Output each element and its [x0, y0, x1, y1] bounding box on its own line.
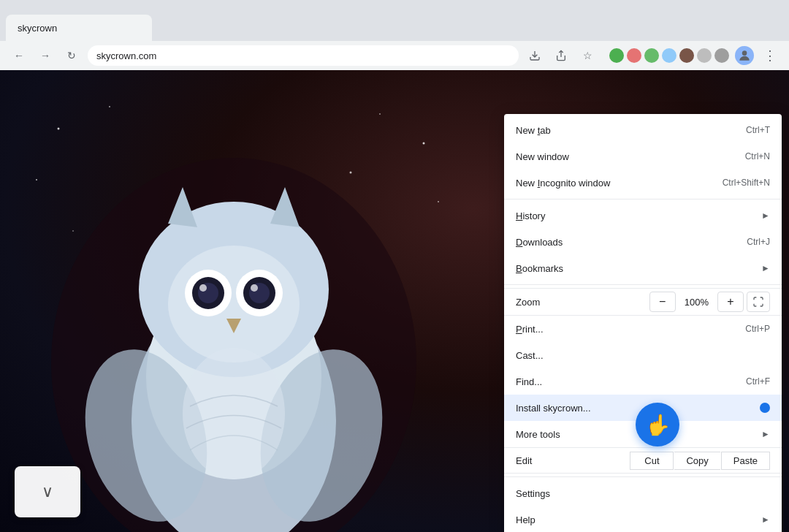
color-dot-blue[interactable]	[662, 48, 676, 63]
svg-point-2	[742, 50, 747, 56]
svg-point-27	[438, 201, 439, 202]
menu-item-find[interactable]: Find... Ctrl+F	[504, 368, 782, 395]
menu-item-label-downloads: Downloads	[516, 237, 563, 248]
menu-item-print[interactable]: Print... Ctrl+P	[504, 316, 782, 342]
cursor-hand-icon: 👆	[645, 413, 671, 437]
menu-item-settings[interactable]: Settings	[504, 480, 782, 506]
zoom-controls: − 100% +	[649, 292, 770, 312]
color-dot-gray1[interactable]	[697, 48, 712, 63]
separator-3	[504, 476, 782, 477]
paste-button[interactable]: Paste	[721, 452, 770, 470]
menu-item-label-print: Print...	[516, 324, 544, 335]
menu-item-label-history: History	[516, 210, 545, 221]
svg-point-28	[350, 172, 352, 174]
profile-icon[interactable]	[735, 46, 754, 65]
zoom-out-button[interactable]: −	[649, 292, 676, 312]
forward-button[interactable]: →	[35, 45, 56, 66]
shortcut-downloads: Ctrl+J	[747, 237, 770, 247]
color-dot-brown[interactable]	[679, 48, 694, 63]
menu-item-label-new-tab: New tab	[516, 125, 551, 136]
bookmarks-arrow-icon: ►	[761, 263, 770, 273]
help-arrow-icon: ►	[761, 514, 770, 525]
zoom-in-button[interactable]: +	[717, 292, 744, 312]
shortcut-find: Ctrl+F	[746, 376, 770, 387]
svg-point-24	[36, 179, 37, 180]
separator-2	[504, 284, 782, 285]
cursor-overlay: 👆	[636, 403, 679, 446]
menu-item-label-more-tools: More tools	[516, 429, 560, 440]
svg-point-21	[183, 348, 285, 479]
menu-item-new-tab[interactable]: New tab Ctrl+T	[504, 117, 782, 143]
color-dot-green[interactable]	[609, 48, 624, 63]
svg-point-23	[109, 106, 110, 107]
menu-item-history[interactable]: History ►	[504, 202, 782, 229]
main-content: ∨ New tab Ctrl+T New window Ctrl+N New I…	[0, 70, 789, 532]
address-text: skycrown.com	[96, 50, 156, 61]
zoom-fullscreen-button[interactable]	[747, 292, 770, 312]
tab-title: skycrown	[18, 23, 57, 34]
svg-point-17	[251, 284, 258, 292]
address-bar[interactable]: skycrown.com	[88, 45, 519, 66]
reload-button[interactable]: ↻	[61, 45, 82, 66]
menu-item-label-bookmarks: Bookmarks	[516, 263, 563, 274]
bottom-card-icon: ∨	[42, 482, 53, 501]
cut-button[interactable]: Cut	[630, 452, 674, 470]
history-arrow-icon: ►	[761, 210, 770, 221]
svg-point-29	[72, 230, 74, 232]
menu-button[interactable]: ⋮	[760, 45, 780, 66]
menu-item-new-window[interactable]: New window Ctrl+N	[504, 143, 782, 170]
menu-item-label-cast: Cast...	[516, 350, 544, 361]
bookmark-button[interactable]: ☆	[577, 45, 598, 66]
shortcut-print: Ctrl+P	[745, 324, 770, 334]
menu-item-bookmarks[interactable]: Bookmarks ►	[504, 255, 782, 281]
svg-point-26	[379, 113, 381, 115]
color-dot-gray2[interactable]	[714, 48, 729, 63]
context-menu: New tab Ctrl+T New window Ctrl+N New Inc…	[504, 114, 782, 532]
active-tab[interactable]: skycrown	[6, 15, 152, 41]
menu-item-label-install: Install skycrown...	[516, 403, 591, 414]
browser-chrome: skycrown	[0, 0, 789, 41]
bottom-card[interactable]: ∨	[15, 466, 80, 517]
shortcut-new-window: Ctrl+N	[745, 151, 770, 162]
color-dot-red[interactable]	[627, 48, 641, 63]
svg-point-25	[423, 142, 425, 145]
zoom-row: Zoom − 100% +	[504, 288, 782, 316]
menu-item-cast[interactable]: Cast...	[504, 342, 782, 368]
shortcut-new-incognito: Ctrl+Shift+N	[723, 178, 770, 188]
menu-item-help[interactable]: Help ►	[504, 506, 782, 532]
tab-area: skycrown	[6, 0, 783, 41]
menu-item-label-new-window: New window	[516, 151, 569, 162]
edit-label: Edit	[516, 455, 560, 466]
copy-button[interactable]: Copy	[674, 452, 720, 470]
owl-illustration	[0, 70, 475, 532]
save-button[interactable]	[525, 45, 545, 66]
menu-item-label-settings: Settings	[516, 488, 550, 499]
svg-point-22	[58, 128, 60, 130]
menu-item-label-find: Find...	[516, 376, 542, 387]
more-tools-arrow-icon: ►	[761, 429, 770, 439]
toolbar: ← → ↻ skycrown.com ☆ ⋮	[0, 41, 789, 70]
menu-item-new-incognito[interactable]: New Incognito window Ctrl+Shift+N	[504, 170, 782, 196]
shortcut-new-tab: Ctrl+T	[746, 125, 770, 135]
zoom-label: Zoom	[516, 297, 574, 308]
share-button[interactable]	[551, 45, 571, 66]
svg-point-16	[199, 284, 207, 292]
menu-item-label-new-incognito: New Incognito window	[516, 178, 610, 189]
back-button[interactable]: ←	[9, 45, 29, 66]
color-dots	[609, 48, 729, 63]
menu-item-label-help: Help	[516, 514, 535, 525]
menu-item-downloads[interactable]: Downloads Ctrl+J	[504, 229, 782, 255]
zoom-value: 100%	[676, 297, 717, 308]
color-dot-lightgreen[interactable]	[644, 48, 659, 63]
edit-row: Edit Cut Copy Paste	[504, 447, 782, 474]
separator-1	[504, 199, 782, 200]
install-dot-icon	[760, 403, 770, 413]
edit-buttons: Cut Copy Paste	[630, 452, 770, 470]
